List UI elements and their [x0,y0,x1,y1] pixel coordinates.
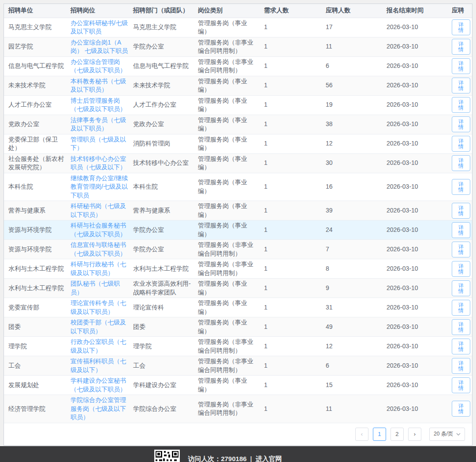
department-cell: 本科生院 [130,173,193,201]
table-row: 社会服务处（新农村发展研究院）技术转移中心办公室职员（七级及以下）技术转移中心办… [4,153,472,173]
unit-cell: 工会 [4,356,69,376]
position-link[interactable]: 宣传福利科职员（七级及以下） [71,358,126,373]
department-cell: 信息与电气工程学院 [130,56,193,76]
action-cell: 详情 [444,337,472,356]
position-link[interactable]: 学科建设办公室秘书（七级及以下职员） [71,377,126,393]
position-link[interactable]: 团队秘书（七级职员） [71,280,120,296]
detail-button[interactable]: 详情 [452,97,470,113]
applicants-cell: 6 [321,56,382,76]
applicants-cell: 11 [321,395,382,423]
position-cell: 团队秘书（七级职员） [69,279,130,298]
official-site-link[interactable]: 进入官网 [256,455,282,462]
chevron-left-icon: ‹ [361,431,363,437]
position-link[interactable]: 科研秘书岗（七级及以下职员） [71,202,126,218]
applicants-cell: 16 [321,173,382,201]
detail-button[interactable]: 详情 [452,58,470,74]
detail-button[interactable]: 详情 [452,280,470,296]
position-link[interactable]: 法律事务专员（七级及以下职员） [71,116,126,132]
detail-button[interactable]: 详情 [452,78,470,93]
category-cell: 管理服务岗（事业编） [193,376,260,395]
deadline-cell: 2026-03-10 [382,317,444,337]
chevron-right-icon: › [414,431,416,437]
position-link[interactable]: 技术转移中心办公室职员（七级及以下） [71,155,126,171]
next-page-button[interactable]: › [408,428,421,441]
detail-button[interactable]: 详情 [452,319,470,335]
detail-button[interactable]: 详情 [452,242,470,257]
position-link[interactable]: 管理职员（七级及以下） [71,136,126,152]
category-cell: 管理服务岗（事业编） [193,317,260,337]
table-row: 工会宣传福利科职员（七级及以下）工会管理服务岗（非事业编合同聘用制）162026… [4,356,472,376]
table-row: 营养与健康系科研秘书岗（七级及以下职员）营养与健康系管理服务岗（事业编）1392… [4,201,472,220]
action-cell: 详情 [444,173,472,201]
position-cell: 技术转移中心办公室职员（七级及以下） [69,153,130,173]
action-cell: 详情 [444,279,472,298]
department-cell: 人才工作办公室 [130,95,193,115]
position-cell: 宣传福利科职员（七级及以下） [69,356,130,376]
department-cell: 学院办公室 [130,37,193,56]
page-button-2[interactable]: 2 [390,428,404,441]
detail-button[interactable]: 详情 [452,339,470,354]
position-cell: 信息宣传与联络秘书（七级及以下职员） [69,240,130,259]
deadline-cell: 2026-03-10 [382,356,444,376]
unit-cell: 信息与电气工程学院 [4,56,69,76]
qr-code-image [154,450,180,462]
position-link[interactable]: 信息宣传与联络秘书（七级及以下职员） [71,241,126,257]
deadline-cell: 2026-03-10 [382,337,444,356]
position-link[interactable]: 校团委干部（七级及以下职员） [71,319,126,335]
unit-cell: 团委 [4,317,69,337]
position-link[interactable]: 办公室综合岗1（A岗） 七级及以下职员 [71,39,128,55]
detail-button[interactable]: 详情 [452,39,470,55]
department-cell: 理学院 [130,337,193,356]
position-link[interactable]: 科研与社会服务秘书（七级及以下职员） [71,222,126,238]
action-cell: 详情 [444,95,472,115]
position-link[interactable]: 学院综合办公室管理服务岗（七级及以下职员） [71,396,126,421]
position-link[interactable]: 博士后管理服务岗（七级及以下职员） [71,97,126,113]
detail-button[interactable]: 详情 [452,261,470,277]
detail-button[interactable]: 详情 [452,155,470,171]
category-cell: 管理服务岗（事业编） [193,18,260,37]
visit-count-text: 访问人次：2790186 [188,455,246,462]
detail-button[interactable]: 详情 [452,377,470,393]
needed-cell: 1 [260,259,321,279]
deadline-cell: 2026-03-10 [382,153,444,173]
needed-cell: 1 [260,337,321,356]
needed-cell: 1 [260,240,321,259]
needed-cell: 1 [260,298,321,317]
position-cell: 理论宣传科专员（七级及以下职员） [69,298,130,317]
detail-button[interactable]: 详情 [452,358,470,374]
position-link[interactable]: 科研与行政秘书（七级及以下职员） [71,261,126,276]
table-row: 经济管理学院学院综合办公室管理服务岗（七级及以下职员）学院综合办公室管理服务岗（… [4,395,472,423]
table-row: 党委宣传部理论宣传科专员（七级及以下职员）理论宣传科管理服务岗（事业编）1312… [4,298,472,317]
page-size-select[interactable]: 20 条/页 [429,428,465,441]
detail-button[interactable]: 详情 [452,179,470,195]
page-button-1[interactable]: 1 [373,428,386,441]
position-link[interactable]: 办公室科研秘书/七级及以下职员 [71,19,128,35]
pagination-pages: 12 [373,428,404,441]
department-cell: 党政办公室 [130,115,193,134]
detail-button[interactable]: 详情 [452,222,470,238]
detail-button[interactable]: 详情 [452,401,470,417]
deadline-cell: 2026-03-10 [382,115,444,134]
needed-cell: 1 [260,134,321,153]
position-link[interactable]: 本科教务秘书（七级及以下职员） [71,78,126,93]
position-link[interactable]: 行政办公室职员（七级及以下） [71,338,126,354]
unit-cell: 资源与环境学院 [4,220,69,240]
action-cell: 详情 [444,201,472,220]
column-header-7: 报名结束时间 [382,4,444,18]
category-cell: 管理服务岗（事业编） [193,279,260,298]
position-link[interactable]: 理论宣传科专员（七级及以下职员） [71,299,126,315]
detail-button[interactable]: 详情 [452,19,470,35]
detail-button[interactable]: 详情 [452,116,470,132]
prev-page-button[interactable]: ‹ [355,428,368,441]
detail-button[interactable]: 详情 [452,203,470,219]
applicants-cell: 15 [321,376,382,395]
position-link[interactable]: 办公室综合管理岗（七级及以下职员） [71,58,126,74]
department-cell: 工会 [130,356,193,376]
table-row: 资源与环境学院科研与社会服务秘书（七级及以下职员）学院办公室管理服务岗（事业编）… [4,220,472,240]
table-row: 理学院行政办公室职员（七级及以下）理学院管理服务岗（非事业编合同聘用制）1122… [4,337,472,356]
table-body: 马克思主义学院办公室科研秘书/七级及以下职员马克思主义学院管理服务岗（事业编）1… [4,18,472,423]
department-cell: 理论宣传科 [130,298,193,317]
detail-button[interactable]: 详情 [452,300,470,316]
position-link[interactable]: 继续教育办公室/继续教育管理岗/七级及以下职员 [71,175,128,199]
detail-button[interactable]: 详情 [452,136,470,152]
